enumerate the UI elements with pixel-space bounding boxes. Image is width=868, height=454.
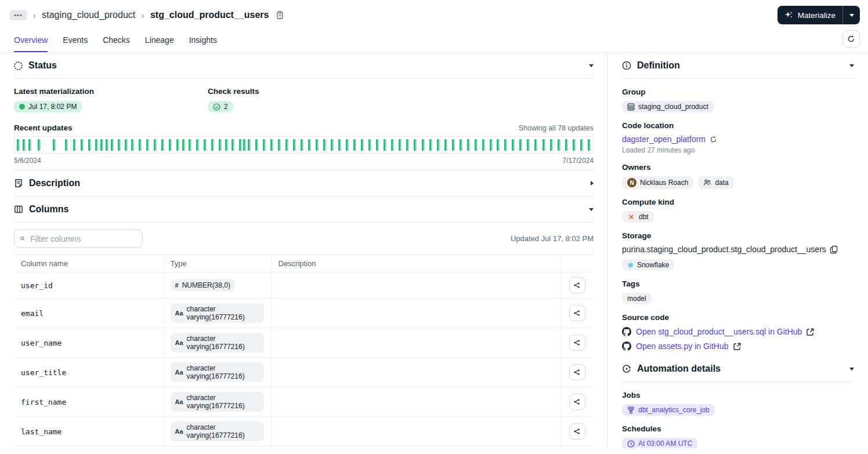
collapse-columns-icon[interactable] [589, 208, 594, 211]
update-tick[interactable] [176, 139, 179, 151]
view-column-lineage-button[interactable] [569, 335, 585, 351]
view-column-lineage-button[interactable] [569, 277, 585, 293]
update-tick[interactable] [361, 139, 364, 151]
expand-description-icon[interactable] [591, 181, 594, 186]
update-tick[interactable] [429, 139, 432, 151]
update-tick[interactable] [211, 139, 214, 151]
status-section-header[interactable]: Status [14, 53, 594, 79]
breadcrumb-group-link[interactable]: staging_cloud_product [42, 10, 135, 20]
storage-kind-tag[interactable]: ❄ Snowflake [622, 259, 674, 271]
update-tick[interactable] [204, 139, 207, 151]
update-tick[interactable] [139, 139, 142, 151]
description-section-header[interactable]: Description [14, 170, 594, 197]
view-column-lineage-button[interactable] [569, 394, 585, 410]
update-tick[interactable] [154, 139, 157, 151]
update-tick[interactable] [399, 139, 402, 151]
job-tag[interactable]: dbt_analytics_core_job [622, 404, 715, 416]
reload-icon[interactable] [710, 136, 717, 143]
update-tick[interactable] [270, 139, 273, 151]
update-tick[interactable] [323, 139, 326, 151]
refresh-button[interactable] [842, 30, 860, 48]
schedule-tag[interactable]: At 03:00 AM UTC [622, 438, 697, 448]
update-tick[interactable] [146, 139, 149, 151]
update-tick[interactable] [38, 139, 41, 151]
check-results-badge[interactable]: 2 [208, 101, 233, 112]
update-tick[interactable] [588, 139, 591, 151]
collapse-automation-icon[interactable] [849, 368, 854, 371]
update-tick[interactable] [225, 139, 228, 151]
update-tick[interactable] [527, 139, 530, 151]
update-tick[interactable] [353, 139, 356, 151]
owner-team-tag[interactable]: data [698, 176, 733, 189]
update-tick[interactable] [316, 139, 319, 151]
update-tick[interactable] [550, 139, 553, 151]
update-tick[interactable] [338, 139, 341, 151]
update-tick[interactable] [118, 139, 121, 151]
tag-model[interactable]: model [622, 293, 652, 304]
update-tick[interactable] [111, 139, 114, 151]
materialize-dropdown-button[interactable] [842, 6, 860, 24]
update-tick[interactable] [88, 139, 91, 151]
filter-columns-input[interactable] [29, 234, 136, 244]
update-tick[interactable] [239, 139, 242, 151]
code-location-link[interactable]: dagster_open_platform [622, 135, 706, 144]
update-tick[interactable] [504, 139, 507, 151]
update-tick[interactable] [169, 139, 172, 151]
definition-section-header[interactable]: Definition [622, 53, 854, 79]
update-tick[interactable] [534, 139, 537, 151]
update-tick[interactable] [368, 139, 371, 151]
update-tick[interactable] [95, 139, 98, 151]
update-tick[interactable] [565, 139, 568, 151]
update-tick[interactable] [243, 139, 246, 151]
update-tick[interactable] [391, 139, 394, 151]
update-tick[interactable] [580, 139, 583, 151]
update-tick[interactable] [542, 139, 545, 151]
update-tick[interactable] [519, 139, 522, 151]
view-column-lineage-button[interactable] [569, 305, 585, 321]
collapse-definition-icon[interactable] [849, 64, 854, 67]
update-tick[interactable] [437, 139, 440, 151]
update-tick[interactable] [285, 139, 288, 151]
recent-updates-timeline[interactable] [14, 136, 594, 154]
update-tick[interactable] [263, 139, 266, 151]
update-tick[interactable] [422, 139, 425, 151]
update-tick[interactable] [512, 139, 515, 151]
automation-section-header[interactable]: Automation details [622, 356, 854, 382]
update-tick[interactable] [308, 139, 311, 151]
update-tick[interactable] [161, 139, 164, 151]
update-tick[interactable] [460, 139, 462, 151]
tab-lineage[interactable]: Lineage [145, 28, 174, 52]
update-tick[interactable] [293, 139, 296, 151]
update-tick[interactable] [125, 139, 128, 151]
update-tick[interactable] [219, 139, 222, 151]
update-tick[interactable] [346, 139, 349, 151]
update-tick[interactable] [376, 139, 379, 151]
update-tick[interactable] [81, 139, 84, 151]
collapse-status-icon[interactable] [589, 64, 594, 67]
update-tick[interactable] [497, 139, 500, 151]
columns-section-header[interactable]: Columns [14, 197, 594, 223]
update-tick[interactable] [65, 139, 68, 151]
update-tick[interactable] [490, 139, 493, 151]
update-tick[interactable] [106, 139, 108, 151]
copy-icon[interactable] [830, 245, 838, 254]
update-tick[interactable] [28, 139, 31, 151]
update-tick[interactable] [573, 139, 576, 151]
update-tick[interactable] [182, 139, 185, 151]
update-tick[interactable] [414, 139, 417, 151]
update-tick[interactable] [17, 139, 20, 151]
update-tick[interactable] [248, 139, 251, 151]
update-tick[interactable] [278, 139, 281, 151]
breadcrumb-ellipsis-button[interactable]: ••• [9, 10, 27, 20]
update-tick[interactable] [301, 139, 303, 151]
view-column-lineage-button[interactable] [569, 423, 585, 440]
tab-checks[interactable]: Checks [103, 28, 130, 52]
update-tick[interactable] [232, 139, 234, 151]
update-tick[interactable] [444, 139, 447, 151]
update-tick[interactable] [196, 139, 199, 151]
update-tick[interactable] [53, 139, 56, 151]
update-tick[interactable] [475, 139, 478, 151]
update-tick[interactable] [384, 139, 386, 151]
update-tick[interactable] [406, 139, 409, 151]
view-column-lineage-button[interactable] [569, 364, 585, 380]
